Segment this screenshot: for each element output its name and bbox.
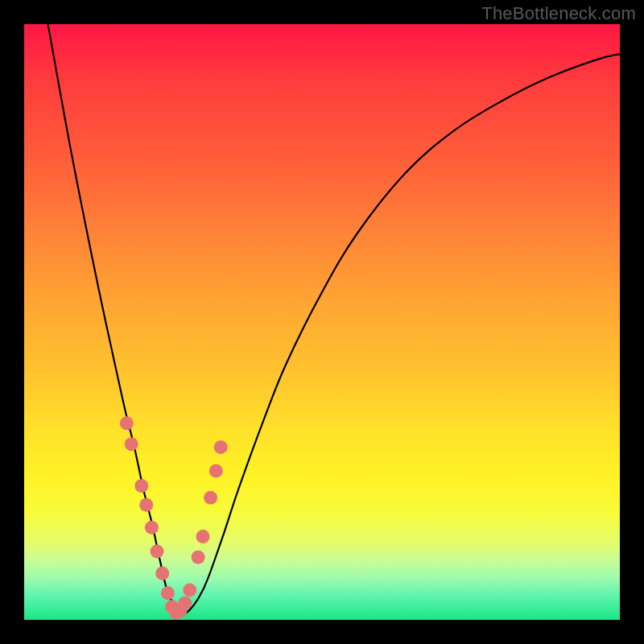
dot	[209, 464, 223, 478]
dot	[183, 584, 196, 597]
outer-frame: TheBottleneck.com	[0, 0, 644, 644]
dot	[155, 567, 169, 580]
dot	[120, 416, 134, 430]
highlighted-dots-group	[120, 416, 228, 619]
dot	[145, 521, 159, 535]
dot	[139, 498, 153, 512]
watermark-text: TheBottleneck.com	[481, 3, 636, 24]
plot-area	[24, 24, 620, 620]
dot	[204, 491, 217, 505]
dot	[134, 479, 148, 493]
bottleneck-curve-line	[48, 24, 620, 615]
dot	[161, 586, 175, 600]
chart-svg	[24, 24, 620, 620]
dot	[178, 597, 192, 610]
dot	[125, 437, 138, 451]
dot	[214, 440, 228, 454]
dot	[192, 551, 205, 564]
dot	[151, 544, 164, 558]
dot	[196, 530, 210, 543]
